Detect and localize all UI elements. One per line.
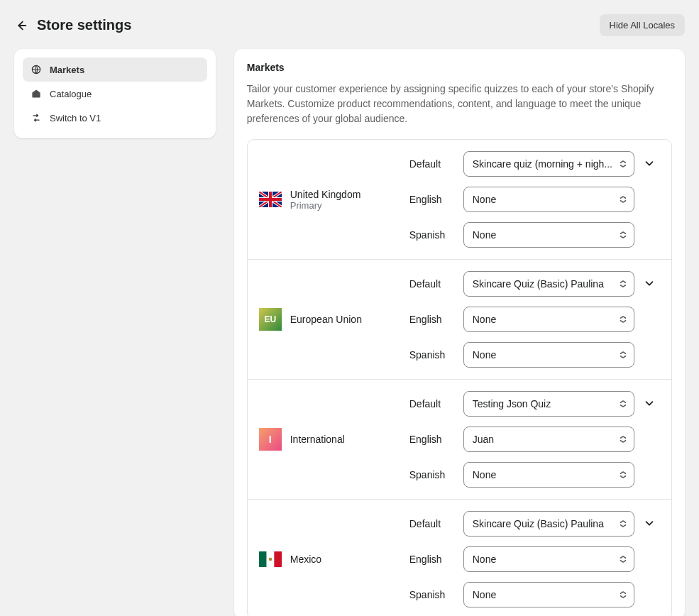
locale-label-spanish: Spanish xyxy=(409,229,453,241)
back-button[interactable] xyxy=(14,18,28,33)
market-row: EU European Union Default Skincare Quiz … xyxy=(248,260,671,380)
select-value: None xyxy=(473,554,612,565)
flag-mexico-icon xyxy=(259,548,282,571)
select-caret-icon xyxy=(618,434,628,444)
quiz-select-default[interactable]: Skincare Quiz (Basic) Paulina xyxy=(463,271,634,297)
chevron-down-icon xyxy=(643,397,656,409)
quiz-select-spanish[interactable]: None xyxy=(463,462,634,488)
tag-icon xyxy=(30,87,43,100)
sidebar-item-label: Switch to V1 xyxy=(50,113,101,123)
locale-label-english: English xyxy=(409,314,453,325)
select-value: None xyxy=(473,229,612,241)
locale-label-default: Default xyxy=(409,398,453,409)
select-caret-icon xyxy=(618,554,628,564)
hide-all-locales-button[interactable]: Hide All Locales xyxy=(600,14,686,36)
select-value: Testing Json Quiz xyxy=(473,398,612,409)
main-panel: Markets Tailor your customer experience … xyxy=(234,49,685,616)
select-caret-icon xyxy=(618,194,628,204)
flag-uk-icon xyxy=(259,188,282,211)
svg-rect-9 xyxy=(274,551,282,567)
section-description: Tailor your customer experience by assig… xyxy=(247,82,672,126)
select-value: None xyxy=(473,314,612,325)
sidebar-item-label: Catalogue xyxy=(50,89,92,99)
locale-label-spanish: Spanish xyxy=(409,349,453,361)
sidebar-item-catalogue[interactable]: Catalogue xyxy=(23,82,207,106)
locale-label-english: English xyxy=(409,434,453,445)
globe-icon xyxy=(30,63,43,76)
select-caret-icon xyxy=(618,590,628,600)
market-subname: Primary xyxy=(290,200,361,211)
market-name: International xyxy=(290,434,345,445)
locale-label-spanish: Spanish xyxy=(409,589,453,600)
flag-eu-icon: EU xyxy=(259,308,282,331)
switch-icon xyxy=(30,111,43,124)
quiz-select-default[interactable]: Skincare Quiz (Basic) Paulina xyxy=(463,511,634,537)
market-name: Mexico xyxy=(290,554,321,565)
market-row: Mexico Default Skincare Quiz (Basic) Pau… xyxy=(248,500,671,616)
locale-label-default: Default xyxy=(409,518,453,529)
select-caret-icon xyxy=(618,230,628,240)
locale-label-spanish: Spanish xyxy=(409,469,453,480)
select-value: Skincare Quiz (Basic) Paulina xyxy=(473,518,612,529)
select-caret-icon xyxy=(618,314,628,324)
sidebar: Markets Catalogue Switch to V1 xyxy=(14,49,216,138)
select-value: Skincare Quiz (Basic) Paulina xyxy=(473,278,612,290)
select-caret-icon xyxy=(618,470,628,480)
collapse-toggle[interactable] xyxy=(643,157,656,170)
market-row: I International Default Testing Json Qui… xyxy=(248,380,671,500)
flag-international-icon: I xyxy=(259,428,282,451)
market-name: United Kingdom xyxy=(290,189,361,200)
collapse-toggle[interactable] xyxy=(643,397,656,409)
select-caret-icon xyxy=(618,519,628,529)
collapse-toggle[interactable] xyxy=(643,517,656,529)
chevron-down-icon xyxy=(643,277,656,290)
select-caret-icon xyxy=(618,399,628,409)
quiz-select-english[interactable]: None xyxy=(463,546,634,572)
quiz-select-spanish[interactable]: None xyxy=(463,582,634,607)
quiz-select-english[interactable]: None xyxy=(463,187,634,212)
quiz-select-default[interactable]: Skincare quiz (morning + nigh... xyxy=(463,151,634,177)
market-row: United Kingdom Primary Default Skincare … xyxy=(248,140,671,260)
svg-point-10 xyxy=(268,558,272,561)
locale-label-default: Default xyxy=(409,158,453,170)
quiz-select-english[interactable]: None xyxy=(463,307,634,332)
select-value: None xyxy=(473,589,612,600)
collapse-toggle[interactable] xyxy=(643,277,656,290)
select-caret-icon xyxy=(618,350,628,360)
quiz-select-spanish[interactable]: None xyxy=(463,222,634,248)
select-value: Skincare quiz (morning + nigh... xyxy=(473,158,612,170)
sidebar-item-markets[interactable]: Markets xyxy=(23,57,207,82)
select-value: None xyxy=(473,194,612,205)
select-caret-icon xyxy=(618,159,628,169)
sidebar-item-label: Markets xyxy=(50,65,84,75)
chevron-down-icon xyxy=(643,157,656,170)
page-title: Store settings xyxy=(37,17,131,33)
chevron-down-icon xyxy=(643,517,656,529)
market-name: European Union xyxy=(290,314,362,325)
quiz-select-spanish[interactable]: None xyxy=(463,342,634,368)
quiz-select-english[interactable]: Juan xyxy=(463,427,634,452)
svg-rect-7 xyxy=(259,551,267,567)
arrow-left-icon xyxy=(15,19,28,32)
section-title: Markets xyxy=(247,62,672,73)
quiz-select-default[interactable]: Testing Json Quiz xyxy=(463,391,634,417)
locale-label-default: Default xyxy=(409,278,453,290)
select-value: None xyxy=(473,349,612,361)
select-value: None xyxy=(473,469,612,480)
locale-label-english: English xyxy=(409,194,453,205)
markets-table: United Kingdom Primary Default Skincare … xyxy=(247,139,672,616)
select-value: Juan xyxy=(473,434,612,445)
svg-rect-6 xyxy=(259,198,282,201)
select-caret-icon xyxy=(618,279,628,289)
locale-label-english: English xyxy=(409,554,453,565)
sidebar-item-switch-v1[interactable]: Switch to V1 xyxy=(23,106,207,130)
